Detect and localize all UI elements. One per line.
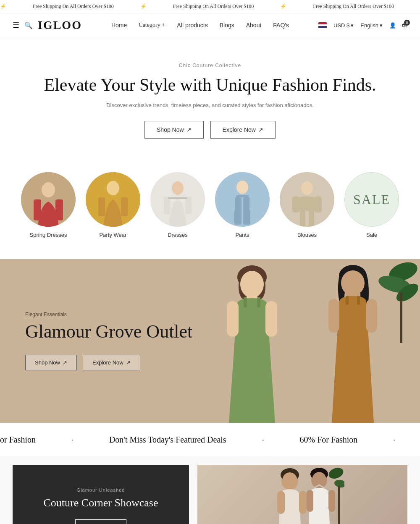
- category-pants[interactable]: Pants: [215, 172, 270, 238]
- svg-rect-24: [292, 196, 300, 212]
- svg-point-5: [107, 181, 119, 195]
- svg-point-39: [341, 270, 365, 296]
- category-circle: [86, 172, 140, 227]
- arrow-icon: ↗: [186, 126, 192, 133]
- promo-item: ⚡ Free Shipping On All Orders Over $100: [0, 3, 114, 9]
- categories-section: Spring Dresses Party Wear Dress: [0, 160, 420, 259]
- main-nav: Home Category + All products Blogs About…: [111, 22, 289, 29]
- nav-blogs[interactable]: Blogs: [220, 22, 234, 29]
- svg-rect-56: [307, 490, 313, 512]
- svg-rect-7: [121, 197, 128, 216]
- glamour-subtitle: Elegant Essentials: [25, 312, 192, 317]
- ticker-bullet: •: [71, 438, 74, 444]
- category-party-wear[interactable]: Party Wear: [86, 172, 140, 238]
- svg-point-14: [236, 181, 248, 194]
- category-circle: [21, 172, 76, 227]
- arrow-icon: ↗: [258, 126, 263, 133]
- svg-point-9: [172, 181, 184, 195]
- language-selector[interactable]: English ▾: [360, 22, 383, 29]
- hero-title: Elevate Your Style with Unique Fashion F…: [17, 74, 403, 95]
- deals-ticker: or Fashion • Don't Miss Today's Featured…: [0, 423, 420, 456]
- svg-rect-31: [244, 297, 247, 307]
- category-circle: [150, 172, 205, 227]
- svg-rect-18: [228, 194, 235, 211]
- svg-rect-32: [257, 297, 260, 307]
- category-spring-dresses[interactable]: Spring Dresses: [21, 172, 76, 238]
- promo-banner: ⚡ Free Shipping On All Orders Over $100 …: [0, 0, 420, 13]
- svg-rect-40: [346, 296, 349, 305]
- shop-now-button[interactable]: Shop Now ↗: [144, 121, 204, 139]
- plus-icon: +: [162, 22, 165, 29]
- promo-item: ⚡ Free Shipping On All Orders Over $100: [140, 3, 254, 9]
- category-label: Sale: [366, 232, 377, 238]
- svg-point-30: [240, 271, 264, 298]
- nav-faq[interactable]: FAQ's: [273, 22, 289, 29]
- svg-point-21: [301, 181, 313, 195]
- couture-image-card: [197, 465, 407, 524]
- plant-decoration: [370, 259, 420, 343]
- ticker-item: 60% For Fashion: [300, 435, 358, 444]
- category-circle: [215, 172, 270, 227]
- card-fashion-figures: [260, 465, 344, 524]
- nav-about[interactable]: About: [246, 22, 262, 29]
- svg-point-58: [327, 466, 344, 481]
- ticker-bullet: •: [262, 438, 264, 444]
- hero-buttons: Shop Now ↗ Explore Now ↗: [17, 121, 403, 139]
- nav-home[interactable]: Home: [111, 22, 127, 29]
- couture-card: Glamour Unleashed Couture Corner Showcas…: [13, 465, 189, 524]
- svg-point-50: [282, 472, 297, 489]
- svg-rect-22: [300, 210, 305, 227]
- arrow-icon: ↗: [126, 359, 131, 366]
- nav-category[interactable]: Category +: [139, 22, 165, 29]
- category-blouses[interactable]: Blouses: [280, 172, 334, 238]
- svg-rect-47: [400, 293, 402, 343]
- svg-rect-33: [227, 301, 239, 337]
- category-label: Dresses: [168, 232, 188, 238]
- glamour-shop-now-button[interactable]: Shop Now ↗: [25, 355, 77, 370]
- hero-section: Chic Couture Collective Elevate Your Sty…: [0, 37, 420, 160]
- svg-rect-41: [357, 296, 360, 305]
- cart-icon[interactable]: 🛍 0: [402, 22, 407, 29]
- category-dresses[interactable]: Dresses: [150, 172, 205, 238]
- arrow-icon: ↗: [63, 359, 67, 366]
- category-label: Pants: [235, 232, 249, 238]
- ticker-item: or Fashion: [0, 435, 36, 444]
- deals-inner: or Fashion • Don't Miss Today's Featured…: [0, 435, 420, 445]
- hero-subtitle: Chic Couture Collective: [17, 63, 403, 68]
- svg-rect-11: [185, 196, 192, 214]
- nav-all-products[interactable]: All products: [177, 22, 208, 29]
- category-circle: [280, 172, 334, 227]
- svg-rect-42: [328, 299, 339, 333]
- svg-rect-57: [328, 490, 335, 512]
- header: ☰ 🔍 IGLOO Home Category + All products B…: [0, 13, 420, 37]
- sale-circle: SALE: [344, 172, 399, 227]
- category-label: Spring Dresses: [30, 232, 67, 238]
- svg-rect-19: [249, 194, 256, 211]
- svg-rect-34: [265, 301, 277, 337]
- ticker-bullet: •: [393, 438, 395, 444]
- explore-now-button[interactable]: Explore Now ↗: [210, 121, 276, 139]
- svg-rect-16: [234, 197, 242, 225]
- category-label: Blouses: [297, 232, 317, 238]
- currency-selector[interactable]: USD $ ▾: [333, 22, 354, 29]
- site-logo[interactable]: IGLOO: [38, 18, 82, 32]
- card-image-content: [197, 465, 407, 524]
- marquee-inner: ⚡ Free Shipping On All Orders Over $100 …: [0, 3, 420, 10]
- glamour-explore-now-button[interactable]: Explore Now ↗: [83, 355, 140, 370]
- hamburger-icon[interactable]: ☰: [13, 21, 19, 30]
- svg-rect-17: [243, 197, 250, 225]
- chevron-down-icon: ▾: [351, 22, 354, 29]
- couture-card-title: Couture Corner Showcase: [44, 496, 158, 510]
- couture-card-subtitle: Glamour Unleashed: [77, 487, 125, 493]
- category-sale[interactable]: SALE Sale: [344, 172, 399, 238]
- bottom-cards-section: Glamour Unleashed Couture Corner Showcas…: [0, 456, 420, 524]
- svg-rect-25: [314, 196, 322, 212]
- ticker-item: Don't Miss Today's Featured Deals: [109, 435, 226, 444]
- svg-rect-10: [164, 196, 170, 214]
- header-icons: 👤 🛍 0: [389, 22, 407, 29]
- svg-rect-51: [277, 491, 285, 514]
- couture-shop-now-button[interactable]: Shop Now ↗: [75, 519, 127, 524]
- user-icon[interactable]: 👤: [389, 22, 396, 29]
- search-icon[interactable]: 🔍: [24, 21, 33, 29]
- promo-item: ⚡ Free Shipping On All Orders Over $100: [280, 3, 394, 9]
